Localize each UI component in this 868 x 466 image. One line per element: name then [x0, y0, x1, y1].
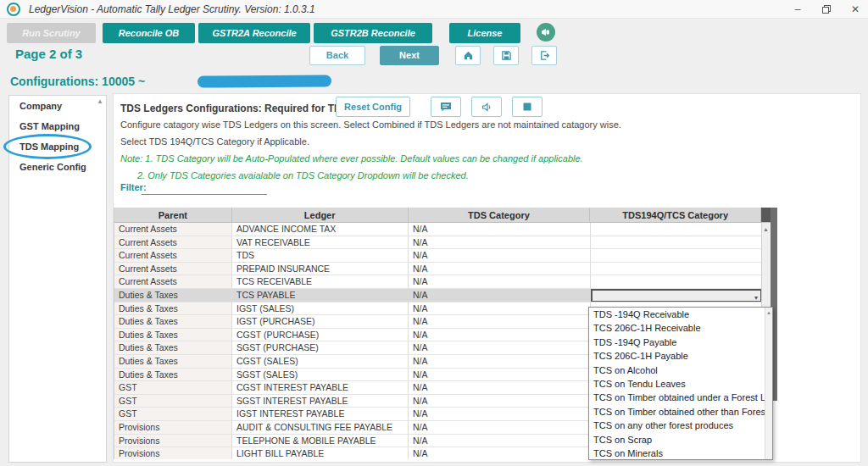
- cell-ledger[interactable]: LIGHT BILL PAYABLE: [232, 447, 409, 459]
- cell-tds-category[interactable]: N/A: [409, 395, 591, 408]
- cell-ledger[interactable]: VAT RECEIVABLE: [232, 236, 409, 250]
- sidebar-item-generic-config[interactable]: Generic Config: [9, 157, 106, 177]
- sidebar-item-tds-mapping[interactable]: TDS Mapping: [9, 136, 106, 157]
- cell-ledger[interactable]: ADVANCE INCOME TAX: [232, 223, 409, 236]
- cell-tds194q-category[interactable]: ▾: [591, 289, 762, 302]
- table-row[interactable]: Current AssetsADVANCE INCOME TAXN/A: [114, 223, 771, 236]
- cell-tds-category[interactable]: N/A: [409, 249, 591, 263]
- table-row[interactable]: Current AssetsTCS RECEIVABLEN/A: [114, 275, 771, 289]
- cell-ledger[interactable]: CGST (PURCHASE): [232, 329, 409, 342]
- cell-parent[interactable]: Provisions: [114, 421, 232, 435]
- cell-tds-category[interactable]: N/A: [409, 302, 591, 316]
- gstr2b-reconcile-button[interactable]: GSTR2B Reconcile: [314, 23, 432, 43]
- reset-config-button[interactable]: Reset Config: [336, 97, 410, 117]
- next-button[interactable]: Next: [380, 46, 439, 65]
- cell-parent[interactable]: Current Assets: [114, 263, 232, 276]
- cell-parent[interactable]: Duties & Taxes: [114, 289, 232, 302]
- cell-tds-category[interactable]: N/A: [409, 341, 591, 355]
- cell-tds-category[interactable]: N/A: [409, 355, 591, 369]
- cell-ledger[interactable]: TCS RECEIVABLE: [232, 275, 409, 289]
- cell-tds-category[interactable]: N/A: [409, 369, 591, 382]
- cell-ledger[interactable]: CGST (SALES): [232, 355, 409, 369]
- reconcile-ob-button[interactable]: Reconcile OB: [103, 23, 195, 43]
- cell-parent[interactable]: GST: [114, 408, 232, 421]
- cell-ledger[interactable]: IGST (SALES): [232, 302, 409, 316]
- table-row[interactable]: Current AssetsVAT RECEIVABLEN/A: [114, 236, 771, 250]
- cell-tds194q-category[interactable]: [591, 223, 762, 236]
- cell-parent[interactable]: Duties & Taxes: [114, 355, 232, 369]
- megaphone-icon[interactable]: [537, 23, 555, 42]
- dropdown-item[interactable]: TCS on Minerals: [589, 447, 772, 460]
- dropdown-item[interactable]: TCS on Scrap: [589, 433, 772, 447]
- cell-ledger[interactable]: TDS: [232, 249, 409, 263]
- dropdown-item[interactable]: TCS on Tendu Leaves: [589, 377, 772, 391]
- cell-parent[interactable]: Provisions: [114, 447, 232, 459]
- cell-tds194q-category[interactable]: [591, 236, 762, 250]
- gstr2a-reconcile-button[interactable]: GSTR2A Reconcile: [198, 23, 310, 43]
- cell-tds-category[interactable]: N/A: [409, 447, 591, 459]
- dropdown-scroll-up-icon[interactable]: ▲: [766, 310, 771, 315]
- home-button[interactable]: [455, 46, 481, 65]
- dropdown-item[interactable]: TCS on Timber obtained other than Forest…: [589, 405, 772, 419]
- dropdown-item[interactable]: TDS -194Q Receivable: [589, 308, 772, 321]
- cell-parent[interactable]: GST: [114, 395, 232, 408]
- column-header-ledger[interactable]: Ledger: [232, 208, 409, 222]
- cell-parent[interactable]: Duties & Taxes: [114, 329, 232, 342]
- scroll-up-icon[interactable]: ▲: [763, 226, 769, 232]
- cell-ledger[interactable]: IGST (PURCHASE): [232, 315, 409, 329]
- sidebar-item-company[interactable]: Company: [9, 96, 106, 116]
- cell-tds-category[interactable]: N/A: [409, 315, 591, 329]
- cell-parent[interactable]: Duties & Taxes: [114, 369, 232, 382]
- cell-ledger[interactable]: TELEPHONE & MOBILE PAYABLE: [232, 435, 409, 448]
- cell-ledger[interactable]: CGST INTEREST PAYABLE: [232, 381, 409, 395]
- sidebar-item-gst-mapping[interactable]: GST Mapping: [9, 116, 106, 136]
- cell-tds-category[interactable]: N/A: [409, 329, 591, 342]
- cell-tds-category[interactable]: N/A: [409, 289, 591, 302]
- cell-ledger[interactable]: PREPAID INSURANCE: [232, 263, 409, 276]
- cell-parent[interactable]: Current Assets: [114, 236, 232, 250]
- cell-tds-category[interactable]: N/A: [409, 381, 591, 395]
- cell-tds-category[interactable]: N/A: [409, 223, 591, 236]
- column-header-tds-category[interactable]: TDS Category: [409, 208, 591, 222]
- dropdown-item[interactable]: TCS on any other forest produces: [589, 419, 772, 432]
- speaker-button[interactable]: [471, 97, 502, 117]
- back-button[interactable]: Back: [309, 46, 365, 65]
- dropdown-item[interactable]: TDS -194Q Payable: [589, 336, 772, 349]
- cell-parent[interactable]: Current Assets: [114, 223, 232, 236]
- cell-parent[interactable]: Duties & Taxes: [114, 341, 232, 355]
- cell-tds-category[interactable]: N/A: [409, 408, 591, 421]
- filter-input[interactable]: [142, 178, 267, 195]
- table-row[interactable]: Duties & TaxesTCS PAYABLEN/A▾: [114, 289, 771, 302]
- cell-ledger[interactable]: IGST INTEREST PAYABLE: [232, 408, 409, 421]
- dropdown-scrollbar[interactable]: ▲: [765, 308, 772, 459]
- cell-parent[interactable]: Current Assets: [114, 275, 232, 289]
- tds194q-category-combobox[interactable]: ▾: [591, 289, 762, 302]
- table-row[interactable]: Current AssetsTDSN/A: [114, 249, 771, 263]
- minimize-button[interactable]: –: [790, 2, 805, 17]
- cell-ledger[interactable]: AUDIT & CONSULTING FEE PAYABLE: [232, 421, 409, 435]
- stop-button[interactable]: [512, 97, 542, 117]
- dropdown-item[interactable]: TCS on Alcohol: [589, 363, 772, 377]
- cell-tds194q-category[interactable]: [591, 249, 762, 263]
- cell-ledger[interactable]: SGST (PURCHASE): [232, 341, 409, 355]
- dropdown-item[interactable]: TCS 206C-1H Payable: [589, 349, 772, 363]
- cell-parent[interactable]: Duties & Taxes: [114, 315, 232, 329]
- cell-parent[interactable]: Duties & Taxes: [114, 302, 232, 316]
- cell-tds194q-category[interactable]: [591, 263, 762, 276]
- license-button[interactable]: License: [449, 23, 520, 43]
- cell-tds-category[interactable]: N/A: [409, 275, 591, 289]
- cell-parent[interactable]: Provisions: [114, 435, 232, 448]
- close-button[interactable]: ✕: [848, 2, 863, 17]
- cell-tds194q-category[interactable]: [591, 275, 762, 289]
- cell-tds-category[interactable]: N/A: [409, 435, 591, 448]
- exit-button[interactable]: [531, 46, 557, 65]
- dropdown-item[interactable]: TCS 206C-1H Receivable: [589, 321, 772, 335]
- column-header-parent[interactable]: Parent: [114, 208, 232, 222]
- column-header-tds194q-category[interactable]: TDS194Q/TCS Category: [590, 208, 761, 222]
- save-button[interactable]: [493, 46, 519, 65]
- cell-tds-category[interactable]: N/A: [409, 236, 591, 250]
- cell-ledger[interactable]: SGST INTEREST PAYABLE: [232, 395, 409, 408]
- cell-ledger[interactable]: TCS PAYABLE: [232, 289, 409, 302]
- table-row[interactable]: Current AssetsPREPAID INSURANCEN/A: [114, 263, 771, 276]
- cell-tds-category[interactable]: N/A: [409, 421, 591, 435]
